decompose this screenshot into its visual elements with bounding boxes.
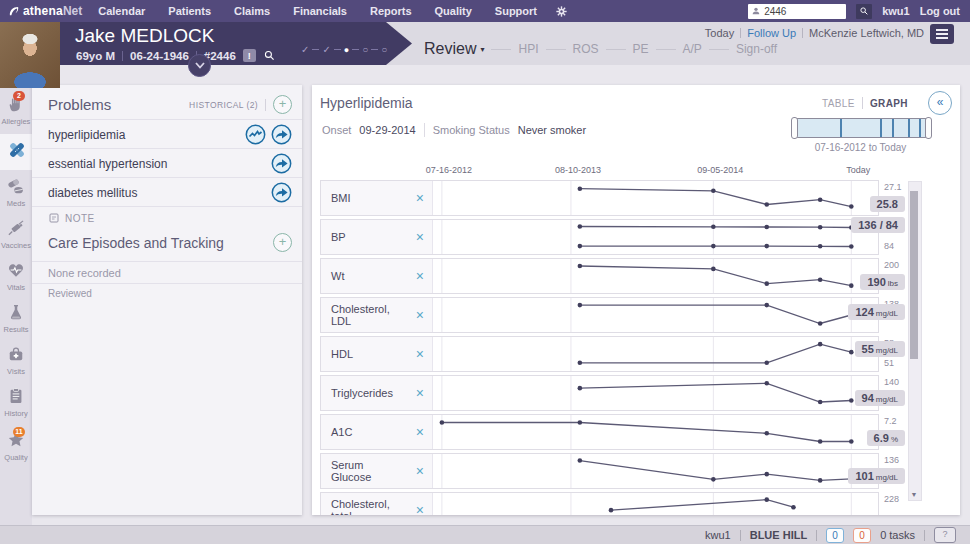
logout-button[interactable]: Log out: [920, 5, 960, 17]
problem-name[interactable]: diabetes mellitus: [48, 186, 137, 200]
remove-row-button[interactable]: ×: [416, 388, 424, 398]
nav-item-quality[interactable]: Quality: [435, 5, 472, 17]
graph-scrollbar[interactable]: [908, 181, 922, 501]
remove-row-button[interactable]: ×: [416, 505, 424, 515]
badge-value: 6.9: [874, 432, 889, 444]
badge-unit: %: [891, 435, 898, 444]
divider: [491, 49, 511, 50]
divider: [334, 49, 341, 50]
sidebar-item-vaccines[interactable]: Vaccines: [0, 218, 32, 250]
graph-row-wt: Wt×: [320, 258, 879, 294]
slider-handle-right[interactable]: [925, 117, 932, 139]
sidebar-item-meds[interactable]: Meds: [0, 176, 32, 208]
remove-row-button[interactable]: ×: [416, 427, 424, 437]
search-button[interactable]: [856, 4, 872, 19]
tab-sign-off[interactable]: Sign-off: [736, 42, 777, 56]
graph-row-name: Triglycerides: [331, 387, 401, 399]
remove-row-button[interactable]: ×: [416, 232, 424, 242]
tab-pe[interactable]: PE: [633, 42, 649, 56]
sidebar-item-history[interactable]: History: [0, 386, 32, 418]
scrollbar-thumb[interactable]: [910, 191, 918, 359]
expand-chevron-icon[interactable]: [188, 54, 211, 77]
remove-row-button[interactable]: ×: [416, 466, 424, 476]
detail-meta: Onset 09-29-2014 Smoking Status Never sm…: [322, 123, 586, 137]
nav-item-reports[interactable]: Reports: [370, 5, 412, 17]
slider-handle-left[interactable]: [791, 117, 798, 139]
graph-row-plot: [433, 376, 878, 410]
problem-row-diabetes-mellitus[interactable]: diabetes mellitus: [32, 177, 302, 207]
patient-search-input[interactable]: [761, 6, 834, 17]
tab-a-p[interactable]: A/P: [683, 42, 702, 56]
sidebar-item-results[interactable]: Results: [0, 302, 32, 334]
gear-icon[interactable]: [555, 5, 568, 18]
x-axis-label: Today: [846, 165, 870, 175]
nav-item-support[interactable]: Support: [495, 5, 537, 17]
graph-row-plot: [433, 220, 878, 254]
nav-item-financials[interactable]: Financials: [293, 5, 347, 17]
graph-view-button[interactable]: GRAPH: [870, 98, 908, 109]
encounter-tabs: Review ▾ HPIROSPEA/PSign-off: [424, 40, 777, 58]
graph-row-name: Cholesterol, LDL: [331, 303, 401, 327]
sidebar-item-visits[interactable]: Visits: [0, 344, 32, 376]
add-problem-button[interactable]: +: [273, 95, 292, 114]
problem-share-icon[interactable]: [271, 182, 292, 203]
problem-row-essential-hypertension[interactable]: essential hypertension: [32, 148, 302, 178]
problem-share-icon[interactable]: [271, 153, 292, 174]
problem-share-icon[interactable]: [271, 124, 292, 145]
collapse-panel-icon[interactable]: «: [928, 91, 952, 115]
search-icon[interactable]: [263, 49, 276, 62]
progress-step-check-icon: ✓: [322, 44, 330, 55]
sidebar-item-vitals[interactable]: Vitals: [0, 260, 32, 292]
pills-icon: [6, 176, 26, 200]
table-view-button[interactable]: TABLE: [822, 98, 855, 109]
nav-item-calendar[interactable]: Calendar: [98, 5, 145, 17]
problem-name[interactable]: essential hypertension: [48, 157, 167, 171]
nav-username[interactable]: kwu1: [882, 5, 910, 17]
current-value-badge: 190lbs: [860, 274, 905, 290]
graph-row-label-cell: BMI×: [321, 181, 433, 215]
badge-value: 136 / 84: [858, 219, 898, 231]
athenanet-logo[interactable]: athenaNet: [8, 4, 82, 18]
provider-name: McKenzie Leftwich, MD: [809, 27, 924, 39]
problem-row-hyperlipidemia[interactable]: hyperlipidemia: [32, 119, 302, 149]
divider: [924, 530, 925, 541]
followup-link[interactable]: Follow Up: [747, 27, 796, 39]
menu-icon[interactable]: [930, 24, 954, 44]
badge-quality: 11: [13, 427, 25, 437]
divider: [352, 49, 359, 50]
help-bubble-icon[interactable]: ?: [934, 527, 956, 543]
add-care-episode-button[interactable]: +: [273, 233, 292, 252]
sidebar-item-allergies[interactable]: 2Allergies: [0, 94, 32, 126]
problem-graph-icon[interactable]: [245, 124, 266, 145]
graph-row-plot: [433, 298, 878, 332]
sidebar-item-quality[interactable]: 11Quality: [0, 430, 32, 462]
scroll-down-icon[interactable]: ▼: [908, 491, 920, 498]
remove-row-button[interactable]: ×: [416, 349, 424, 359]
patient-name: Jake MEDLOCK: [75, 25, 214, 47]
inbox-count-badge[interactable]: 0: [826, 528, 844, 543]
date-range-slider[interactable]: [792, 118, 931, 138]
problem-name[interactable]: hyperlipidemia: [48, 128, 125, 142]
graph-row-label-cell: Triglycerides×: [321, 376, 433, 410]
remove-row-button[interactable]: ×: [416, 193, 424, 203]
tab-ros[interactable]: ROS: [573, 42, 599, 56]
nav-item-patients[interactable]: Patients: [168, 5, 211, 17]
problems-title: Problems: [48, 96, 111, 113]
today-link[interactable]: Today: [705, 27, 734, 39]
graph-row-label-cell: Wt×: [321, 259, 433, 293]
graph-row-name: A1C: [331, 426, 401, 438]
remove-row-button[interactable]: ×: [416, 271, 424, 281]
tab-hpi[interactable]: HPI: [518, 42, 538, 56]
leaf-icon: [8, 5, 20, 17]
historical-link[interactable]: HISTORICAL (2): [189, 100, 258, 110]
alert-count-badge[interactable]: 0: [853, 528, 871, 543]
nav-item-claims[interactable]: Claims: [234, 5, 270, 17]
alert-icon[interactable]: !: [243, 49, 256, 62]
slider-event-tick: [840, 119, 842, 137]
sidebar-item-problems[interactable]: [0, 134, 33, 170]
current-value-badge: 101mg/dL: [848, 468, 905, 484]
note-button[interactable]: NOTE: [48, 212, 95, 224]
tab-review[interactable]: Review: [424, 40, 476, 58]
divider: [816, 530, 817, 541]
remove-row-button[interactable]: ×: [416, 310, 424, 320]
